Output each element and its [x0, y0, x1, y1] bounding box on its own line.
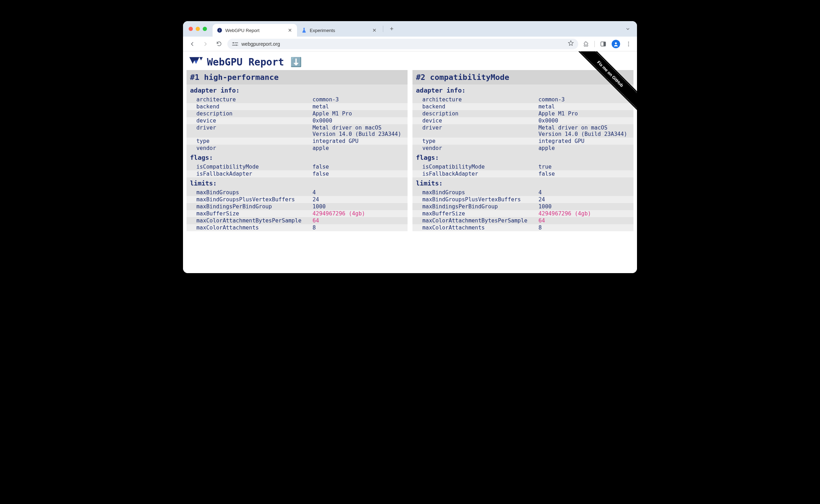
- row-value: apple: [538, 145, 630, 151]
- table-row: isCompatibilityModefalse: [187, 163, 408, 170]
- row-value: 1000: [538, 203, 630, 210]
- svg-point-12: [628, 43, 629, 44]
- row-value: 64: [538, 218, 630, 224]
- tab-overflow-button[interactable]: [623, 24, 633, 34]
- github-ribbon-label: Fix me on GitHub: [572, 51, 637, 113]
- tab-title: WebGPU Report: [225, 28, 259, 33]
- row-value: true: [538, 164, 630, 170]
- window-maximize-button[interactable]: [203, 27, 207, 31]
- table-row: descriptionApple M1 Pro: [187, 110, 408, 117]
- url-text: webgpureport.org: [241, 41, 280, 47]
- table-row: typeintegrated GPU: [187, 138, 408, 145]
- url-bar[interactable]: webgpureport.org: [227, 39, 578, 49]
- traffic-lights: [189, 27, 207, 31]
- row-key: description: [196, 111, 313, 117]
- toolbar-actions: [582, 40, 633, 48]
- row-value: 0x0000: [313, 118, 404, 124]
- row-key: driver: [196, 125, 313, 137]
- adapter-column: #1 high-performanceadapter info:architec…: [187, 70, 408, 231]
- table-row: isFallbackAdapterfalse: [412, 170, 633, 177]
- row-value: false: [313, 164, 404, 170]
- github-ribbon[interactable]: Fix me on GitHub: [567, 51, 637, 122]
- close-tab-icon[interactable]: ✕: [372, 27, 377, 33]
- table-row: vendorapple: [187, 145, 408, 152]
- extensions-icon[interactable]: [582, 40, 590, 48]
- row-value: common-3: [313, 96, 404, 103]
- page-title: WebGPU Report: [207, 56, 284, 68]
- row-key: backend: [422, 103, 538, 110]
- reload-button[interactable]: [214, 39, 224, 49]
- row-key: isCompatibilityMode: [422, 164, 538, 170]
- table-row: maxBindGroupsPlusVertexBuffers24: [412, 196, 633, 203]
- row-key: architecture: [422, 96, 538, 103]
- row-key: isFallbackAdapter: [196, 171, 313, 177]
- row-key: maxBindingsPerBindGroup: [422, 203, 538, 210]
- row-key: device: [422, 118, 538, 124]
- section-rows: isCompatibilityModetrueisFallbackAdapter…: [412, 163, 633, 177]
- table-row: maxColorAttachments8: [412, 224, 633, 231]
- row-key: maxColorAttachments: [422, 225, 538, 231]
- bookmark-star-icon[interactable]: [568, 40, 574, 48]
- tab-webgpu-report[interactable]: i WebGPU Report ✕: [213, 24, 297, 37]
- row-value: 4: [538, 189, 630, 196]
- row-key: maxBindGroups: [196, 189, 313, 196]
- row-value: false: [313, 171, 404, 177]
- section-rows: maxBindGroups4maxBindGroupsPlusVertexBuf…: [412, 189, 633, 231]
- row-key: vendor: [422, 145, 538, 151]
- row-key: maxBindingsPerBindGroup: [196, 203, 313, 210]
- row-key: type: [196, 138, 313, 144]
- back-button[interactable]: [187, 39, 197, 49]
- table-row: vendorapple: [412, 145, 633, 152]
- table-row: maxColorAttachmentBytesPerSample64: [412, 217, 633, 224]
- forward-button[interactable]: [201, 39, 210, 49]
- row-value: apple: [313, 145, 404, 151]
- svg-rect-9: [604, 42, 606, 46]
- row-key: vendor: [196, 145, 313, 151]
- row-key: maxBufferSize: [196, 210, 313, 217]
- table-row: backendmetal: [187, 103, 408, 110]
- row-value: 4294967296 (4gb): [538, 210, 630, 217]
- profile-avatar[interactable]: [612, 40, 620, 48]
- close-tab-icon[interactable]: ✕: [287, 27, 293, 33]
- row-key: maxBindGroupsPlusVertexBuffers: [196, 196, 313, 203]
- table-row: driverMetal driver on macOS Version 14.0…: [412, 124, 633, 138]
- row-value: 4: [313, 189, 404, 196]
- tab-separator: [383, 26, 383, 32]
- row-key: type: [422, 138, 538, 144]
- adapter-header: #1 high-performance: [187, 70, 408, 84]
- site-settings-icon[interactable]: [232, 41, 239, 47]
- side-panel-icon[interactable]: [599, 40, 607, 48]
- tab-experiments[interactable]: Experiments ✕: [297, 24, 381, 37]
- new-tab-button[interactable]: +: [387, 24, 397, 34]
- row-value: 64: [313, 218, 404, 224]
- tab-bar: i WebGPU Report ✕ Experiments ✕ +: [183, 21, 637, 37]
- browser-window: i WebGPU Report ✕ Experiments ✕ +: [183, 21, 637, 273]
- svg-point-10: [615, 42, 617, 44]
- window-close-button[interactable]: [189, 27, 193, 31]
- row-value: 8: [538, 225, 630, 231]
- row-key: maxColorAttachmentBytesPerSample: [422, 218, 538, 224]
- download-button[interactable]: ⬇️: [290, 57, 302, 68]
- table-row: typeintegrated GPU: [412, 138, 633, 145]
- window-minimize-button[interactable]: [196, 27, 200, 31]
- browser-toolbar: webgpureport.org: [183, 37, 637, 51]
- svg-point-11: [628, 42, 629, 43]
- kebab-menu-icon[interactable]: [624, 40, 633, 48]
- row-value: false: [538, 171, 630, 177]
- row-value: 1000: [313, 203, 404, 210]
- table-row: maxBindingsPerBindGroup1000: [412, 203, 633, 210]
- table-row: architecturecommon-3: [187, 96, 408, 103]
- section-rows: isCompatibilityModefalseisFallbackAdapte…: [187, 163, 408, 177]
- section-header: flags:: [187, 152, 408, 163]
- table-row: isFallbackAdapterfalse: [187, 170, 408, 177]
- row-key: maxColorAttachments: [196, 225, 313, 231]
- toolbar-separator: [594, 41, 595, 47]
- row-key: isFallbackAdapter: [422, 171, 538, 177]
- row-value: 24: [538, 196, 630, 203]
- section-header: limits:: [412, 177, 633, 189]
- table-row: maxColorAttachments8: [187, 224, 408, 231]
- row-value: Metal driver on macOS Version 14.0 (Buil…: [313, 125, 404, 137]
- row-value: metal: [313, 103, 404, 110]
- row-key: maxColorAttachmentBytesPerSample: [196, 218, 313, 224]
- row-key: driver: [422, 125, 538, 137]
